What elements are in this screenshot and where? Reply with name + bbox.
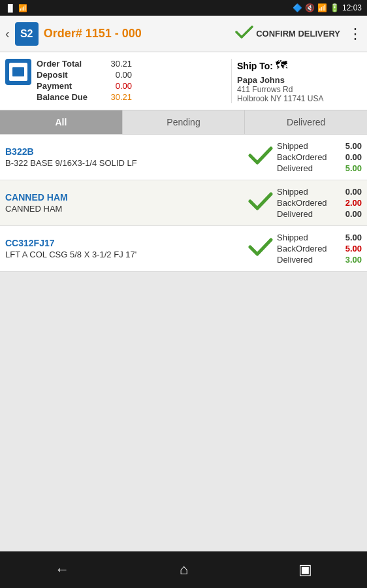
backordered-label: BackOrdered (277, 152, 327, 162)
customer-name: Papa Johns (237, 75, 362, 85)
battery-icon: 🔋 (330, 3, 340, 12)
shipped-value: 5.00 (345, 233, 362, 242)
balance-label: Balance Due (37, 92, 89, 102)
back-button[interactable]: ‹ (5, 26, 10, 41)
item-description: B-322 BASE 9/16X3-1/4 SOLID LF (5, 158, 244, 168)
payment-value: 0.00 (99, 81, 132, 91)
items-list: B322B B-322 BASE 9/16X3-1/4 SOLID LF Shi… (0, 135, 367, 272)
total-row: Order Total 30.21 (37, 59, 132, 69)
order-title: Order# 1151 - 000 (44, 27, 236, 41)
order-financials: Order Total 30.21 Deposit 0.00 Payment 0… (5, 59, 231, 103)
table-row[interactable]: CANNED HAM CANNED HAM Shipped 0.00 BackO… (0, 180, 367, 226)
backordered-value: 0.00 (345, 152, 362, 162)
address-line1: 411 Furrows Rd (237, 85, 362, 94)
map-icon: 🗺 (276, 59, 287, 73)
delivered-value: 5.00 (345, 163, 362, 173)
city-state-zip: Holbrook NY 11741 USA (237, 94, 362, 103)
delivered-row: Delivered 0.00 (277, 209, 362, 219)
item-check (244, 191, 277, 215)
checkmark-icon (248, 191, 273, 215)
balance-row: Balance Due 30.21 (37, 92, 132, 102)
shipped-row: Shipped 5.00 (277, 233, 362, 242)
delivered-row: Delivered 3.00 (277, 255, 362, 265)
item-check (244, 237, 277, 261)
signal-bars: 📶 (18, 4, 27, 12)
item-description: LFT A COL CSG 5/8 X 3-1/2 FJ 17' (5, 250, 244, 259)
item-description: CANNED HAM (5, 204, 244, 214)
backordered-row: BackOrdered 0.00 (277, 152, 362, 162)
total-label: Order Total (37, 59, 89, 69)
shipped-row: Shipped 5.00 (277, 141, 362, 151)
signal-icon: ▐▌ (5, 4, 16, 12)
clock: 12:03 (342, 3, 362, 12)
item-stats: Shipped 0.00 BackOrdered 2.00 Delivered … (277, 187, 362, 219)
item-check (244, 145, 277, 169)
order-icon (5, 59, 31, 85)
mute-icon: 🔇 (305, 3, 315, 12)
app-logo: S2 (15, 22, 39, 46)
back-nav-button[interactable]: ← (42, 556, 82, 583)
backordered-label: BackOrdered (277, 198, 327, 208)
deposit-value: 0.00 (99, 70, 132, 80)
delivered-label: Delivered (277, 163, 313, 173)
payment-label: Payment (37, 81, 89, 91)
more-options-button[interactable]: ⋮ (348, 25, 362, 42)
bluetooth-icon: 🔷 (293, 3, 302, 12)
item-stats: Shipped 5.00 BackOrdered 0.00 Delivered … (277, 141, 362, 173)
backordered-row: BackOrdered 2.00 (277, 198, 362, 208)
ship-to-header: Ship To: 🗺 (237, 59, 362, 73)
wifi-icon: 📶 (317, 3, 327, 12)
checkmark-icon (248, 237, 273, 261)
delivered-value: 0.00 (345, 209, 362, 219)
recent-nav-button[interactable]: ▣ (285, 556, 325, 583)
item-code: CC312FJ17 (5, 238, 244, 248)
home-nav-button[interactable]: ⌂ (167, 556, 201, 583)
total-value: 30.21 (99, 59, 132, 69)
item-info: CANNED HAM CANNED HAM (5, 192, 244, 214)
status-bar: ▐▌ 📶 🔷 🔇 📶 🔋 12:03 (0, 0, 367, 16)
checkmark-icon (248, 145, 273, 169)
balance-value: 30.21 (99, 92, 132, 102)
shipped-label: Shipped (277, 141, 308, 151)
bottom-nav: ← ⌂ ▣ (0, 551, 367, 588)
nav-bar: ‹ S2 Order# 1151 - 000 CONFIRM DELIVERY … (0, 16, 367, 52)
backordered-value: 2.00 (345, 198, 362, 208)
payment-row: Payment 0.00 (37, 81, 132, 91)
shipped-label: Shipped (277, 187, 308, 197)
confirm-check-icon (235, 25, 253, 43)
backordered-row: BackOrdered 5.00 (277, 244, 362, 253)
item-info: CC312FJ17 LFT A COL CSG 5/8 X 3-1/2 FJ 1… (5, 238, 244, 259)
delivered-row: Delivered 5.00 (277, 163, 362, 173)
confirm-delivery-button[interactable]: CONFIRM DELIVERY (235, 25, 340, 43)
item-code: CANNED HAM (5, 192, 244, 203)
status-bar-left: ▐▌ 📶 (5, 4, 27, 12)
tab-all[interactable]: All (0, 110, 123, 134)
item-code: B322B (5, 146, 244, 157)
status-bar-right: 🔷 🔇 📶 🔋 12:03 (293, 3, 362, 12)
delivered-label: Delivered (277, 255, 313, 265)
deposit-label: Deposit (37, 70, 89, 80)
ship-to-label: Ship To: (237, 61, 273, 71)
confirm-label: CONFIRM DELIVERY (256, 29, 340, 39)
ship-to-section: Ship To: 🗺 Papa Johns 411 Furrows Rd Hol… (231, 59, 362, 103)
tabs-bar: All Pending Delivered (0, 110, 367, 135)
item-stats: Shipped 5.00 BackOrdered 5.00 Delivered … (277, 233, 362, 265)
backordered-value: 5.00 (345, 244, 362, 253)
shipped-value: 5.00 (345, 141, 362, 151)
delivered-value: 3.00 (345, 255, 362, 265)
table-row[interactable]: B322B B-322 BASE 9/16X3-1/4 SOLID LF Shi… (0, 135, 367, 180)
shipped-value: 0.00 (345, 187, 362, 197)
tab-pending[interactable]: Pending (123, 110, 246, 134)
delivered-label: Delivered (277, 209, 313, 219)
deposit-row: Deposit 0.00 (37, 70, 132, 80)
shipped-label: Shipped (277, 233, 308, 242)
order-details: Order Total 30.21 Deposit 0.00 Payment 0… (37, 59, 132, 103)
table-row[interactable]: CC312FJ17 LFT A COL CSG 5/8 X 3-1/2 FJ 1… (0, 226, 367, 272)
order-icon-inner (9, 63, 27, 81)
order-summary: Order Total 30.21 Deposit 0.00 Payment 0… (0, 52, 367, 110)
item-info: B322B B-322 BASE 9/16X3-1/4 SOLID LF (5, 146, 244, 168)
backordered-label: BackOrdered (277, 244, 327, 253)
shipped-row: Shipped 0.00 (277, 187, 362, 197)
tab-delivered[interactable]: Delivered (245, 110, 367, 134)
